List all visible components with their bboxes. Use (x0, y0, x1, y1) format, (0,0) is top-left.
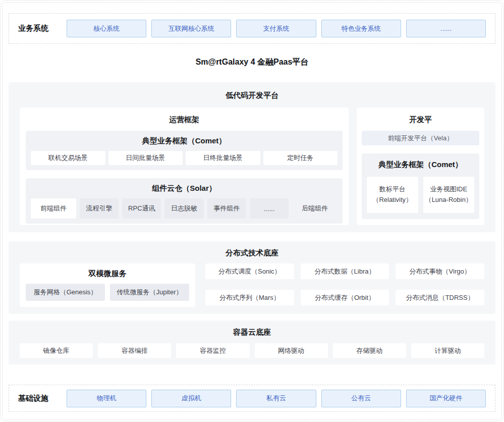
dual-mode-microservice-card: 双模微服务 服务网格（Genesis） 传统微服务（Jupiter） (20, 263, 195, 307)
chip-service-mesh-genesis[interactable]: 服务网格（Genesis） (26, 284, 105, 301)
chip-special-business-system[interactable]: 特色业务系统 (321, 20, 401, 37)
chip-payment-system[interactable]: 支付系统 (236, 20, 316, 37)
chip-internet-core-system[interactable]: 互联网核心系统 (151, 20, 231, 37)
page-title: Sm@rtGalaxy 4 金融Paas平台 (1, 57, 503, 67)
chip-daytime-batch-scene[interactable]: 日间批量场景 (108, 151, 183, 165)
dev-comet-chip-row: 数标平台 （Relativity） 业务视图IDE （Luna-Robin） (367, 177, 474, 213)
chip-virtual-machine[interactable]: 虚拟机 (151, 390, 231, 407)
dual-mode-microservice-title: 双模微服务 (26, 269, 189, 279)
chip-business-ellipsis[interactable]: ...... (406, 20, 486, 37)
chip-log-masking[interactable]: 日志脱敏 (164, 198, 203, 219)
infrastructure-row: 基础设施 物理机 虚拟机 私有云 公有云 国产化硬件 (9, 385, 495, 412)
distributed-base-panel: 分布式技术底座 双模微服务 服务网格（Genesis） 传统微服务（Jupite… (9, 241, 495, 314)
chip-online-trading-scene[interactable]: 联机交易场景 (31, 151, 105, 165)
dev-platform-title: 开发平 (362, 115, 479, 125)
infrastructure-label: 基础设施 (18, 394, 62, 403)
dev-comet-framework-box: 典型业务框架（Comet） 数标平台 （Relativity） 业务视图IDE … (362, 153, 479, 219)
chip-core-system[interactable]: 核心系统 (67, 20, 146, 37)
chip-storage-driver[interactable]: 存储驱动 (333, 343, 406, 358)
low-code-platform-panel: 低代码开发平台 运营框架 典型业务框架（Comet） 联机交易场景 日间批量场景… (9, 82, 495, 232)
chip-event-component[interactable]: 事件组件 (207, 198, 246, 219)
chip-solar-ellipsis[interactable]: ...... (250, 198, 289, 219)
chip-rpc-communication[interactable]: RPC通讯 (122, 198, 161, 219)
dev-platform-card: 开发平 前端开发平台（Vela） 典型业务框架（Comet） 数标平台 （Rel… (357, 108, 484, 225)
comet-framework-box: 典型业务框架（Comet） 联机交易场景 日间批量场景 日终批量场景 定时任务 (26, 131, 343, 170)
chip-traditional-microservice-jupiter[interactable]: 传统微服务（Jupiter） (110, 284, 189, 301)
chip-data-standard-platform-relativity[interactable]: 数标平台 （Relativity） (367, 177, 418, 213)
architecture-diagram: 业务系统 核心系统 互联网核心系统 支付系统 特色业务系统 ...... Sm@… (0, 0, 504, 422)
chip-distributed-sequence-mars[interactable]: 分布式序列（Mars） (205, 290, 294, 305)
chip-public-cloud[interactable]: 公有云 (321, 390, 401, 407)
chip-image-registry[interactable]: 镜像仓库 (20, 343, 93, 358)
chip-domestic-hardware[interactable]: 国产化硬件 (406, 390, 486, 407)
chip-process-engine[interactable]: 流程引擎 (80, 198, 119, 219)
chip-distributed-message-tdrss[interactable]: 分布式消息（TDRSS） (396, 290, 484, 305)
solar-component-title: 组件云仓（Solar） (31, 183, 338, 193)
chip-private-cloud[interactable]: 私有云 (236, 390, 316, 407)
chip-container-monitoring[interactable]: 容器监控 (176, 343, 249, 358)
chip-business-view-ide-luna-robin[interactable]: 业务视图IDE （Luna-Robin） (423, 177, 475, 213)
chip-scheduled-task[interactable]: 定时任务 (263, 151, 338, 165)
low-code-platform-title: 低代码开发平台 (20, 90, 484, 100)
comet-framework-title: 典型业务框架（Comet） (31, 136, 338, 146)
distributed-content-row: 双模微服务 服务网格（Genesis） 传统微服务（Jupiter） 分布式调度… (20, 263, 484, 307)
solar-chip-row: 前端组件 流程引擎 RPC通讯 日志脱敏 事件组件 ...... 后端组件 (31, 198, 338, 219)
chip-distributed-data-libra[interactable]: 分布式数据（Libra） (301, 263, 389, 279)
chip-distributed-scheduling-sonic[interactable]: 分布式调度（Sonic） (205, 263, 294, 279)
chip-distributed-cache-orbit[interactable]: 分布式缓存（Orbit） (301, 290, 389, 305)
distributed-chip-grid: 分布式调度（Sonic） 分布式数据（Libra） 分布式事物（Virgo） 分… (205, 263, 484, 307)
container-base-panel: 容器云底座 镜像仓库 容器编排 容器监控 网络驱动 存储驱动 计算驱动 (9, 321, 495, 364)
chip-physical-machine[interactable]: 物理机 (67, 390, 146, 407)
low-code-content-row: 运营框架 典型业务框架（Comet） 联机交易场景 日间批量场景 日终批量场景 … (20, 108, 484, 225)
chip-container-orchestration[interactable]: 容器编排 (98, 343, 171, 358)
chip-network-driver[interactable]: 网络驱动 (255, 343, 328, 358)
business-systems-label: 业务系统 (18, 24, 62, 33)
chip-frontend-component[interactable]: 前端组件 (31, 198, 76, 219)
solar-component-box: 组件云仓（Solar） 前端组件 流程引擎 RPC通讯 日志脱敏 事件组件 ..… (26, 178, 343, 224)
chip-frontend-dev-platform-vela[interactable]: 前端开发平台（Vela） (362, 131, 479, 145)
chip-distributed-transaction-virgo[interactable]: 分布式事物（Virgo） (396, 263, 484, 279)
dev-comet-framework-title: 典型业务框架（Comet） (367, 160, 474, 170)
distributed-base-title: 分布式技术底座 (20, 248, 484, 258)
container-base-title: 容器云底座 (20, 327, 484, 337)
container-chip-row: 镜像仓库 容器编排 容器监控 网络驱动 存储驱动 计算驱动 (20, 343, 484, 358)
business-systems-row: 业务系统 核心系统 互联网核心系统 支付系统 特色业务系统 ...... (9, 13, 495, 44)
operation-framework-title: 运营框架 (26, 115, 343, 125)
comet-chip-row: 联机交易场景 日间批量场景 日终批量场景 定时任务 (31, 151, 338, 165)
dual-mode-chip-row: 服务网格（Genesis） 传统微服务（Jupiter） (26, 284, 189, 301)
chip-backend-component[interactable]: 后端组件 (292, 198, 338, 219)
chip-endofday-batch-scene[interactable]: 日终批量场景 (186, 151, 260, 165)
operation-framework-card: 运营框架 典型业务框架（Comet） 联机交易场景 日间批量场景 日终批量场景 … (20, 108, 349, 225)
chip-compute-driver[interactable]: 计算驱动 (411, 343, 484, 358)
